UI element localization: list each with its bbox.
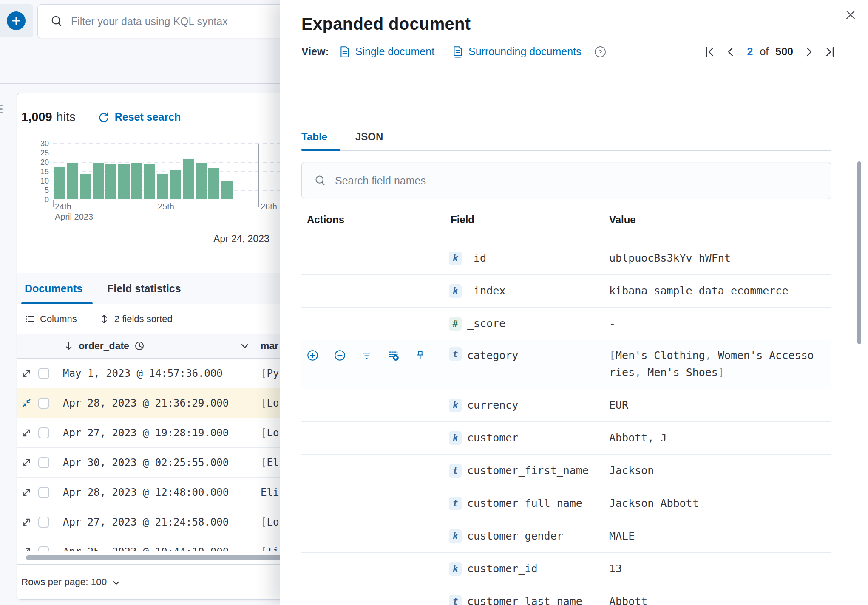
sidebar-toggle-fragment-icon[interactable] [0,103,4,116]
field-row[interactable]: k _index kibana_sample_data_ecommerce [301,275,831,308]
filter-exists-icon[interactable] [361,350,372,361]
field-row[interactable]: t customer_full_name Jackson Abbott [301,487,831,520]
hits-histogram[interactable]: 051015202530 24th April 2023 25th 26th [17,136,298,221]
histogram-bar [105,164,117,200]
first-page-icon[interactable] [705,46,715,57]
field-row[interactable]: k customer_id 13 [301,553,831,585]
help-icon[interactable]: ? [594,46,606,58]
collapse-document-icon[interactable] [21,398,31,408]
value-cell[interactable]: [Lo [261,516,279,528]
y-tick-label: 20 [17,158,53,167]
expand-document-icon[interactable] [21,428,31,438]
document-icon [339,46,350,58]
column-menu-chevron-icon[interactable] [241,344,249,348]
pagination-of-label: of [760,45,769,58]
filter-for-value-icon[interactable] [307,350,318,361]
total-pages: 500 [775,45,793,58]
expand-document-icon[interactable] [21,368,31,379]
row-checkbox[interactable] [38,546,49,552]
tab-documents[interactable]: Documents [25,283,82,295]
flyout-header: Expanded document View: Single document … [280,0,868,94]
histogram-bar [156,173,168,200]
previous-page-icon[interactable] [727,46,734,57]
expand-document-icon[interactable] [21,458,31,468]
surrounding-documents-link[interactable]: Surrounding documents [452,45,581,58]
value-cell[interactable]: [Ti [261,546,279,552]
order-date-cell[interactable]: Apr 28, 2023 @ 21:36:29.000 [63,397,229,409]
field-row[interactable]: t customer_last_name Abbott [301,585,831,605]
field-type-badge: k [449,399,462,412]
row-checkbox[interactable] [38,398,49,409]
hits-count: 1,009 [21,110,52,124]
field-row[interactable]: t customer_first_name Jackson [301,455,831,487]
row-checkbox[interactable] [38,457,49,468]
y-tick-label: 25 [17,149,53,158]
expand-document-icon[interactable] [21,487,31,498]
y-tick-label: 15 [17,167,53,176]
value-cell[interactable]: [El [261,457,279,469]
pin-field-icon[interactable] [415,350,425,361]
field-row[interactable]: k customer_gender MALE [301,520,831,553]
expanded-document-flyout: Expanded document View: Single document … [280,0,868,605]
add-filter-button[interactable] [7,11,26,30]
fields-sorted-button[interactable]: 2 fields sorted [99,314,173,325]
tab-json[interactable]: JSON [355,131,383,143]
kql-search-placeholder: Filter your data using KQL syntax [71,15,228,28]
value-cell[interactable]: Eli [261,486,279,498]
search-icon [51,15,63,28]
row-checkbox[interactable] [38,487,49,498]
value-cell[interactable]: [Py [261,368,279,379]
flyout-active-tab-underline [301,149,340,151]
last-page-icon[interactable] [825,46,835,57]
vertical-scrollbar-thumb[interactable] [857,161,861,344]
field-search-placeholder: Search field names [335,175,426,187]
kql-search-input[interactable]: Filter your data using KQL syntax [37,4,310,38]
histogram-bar [54,166,65,200]
histogram-bar [221,181,233,200]
histogram-bar [144,164,156,200]
field-search-input[interactable]: Search field names [301,162,831,199]
order-date-cell[interactable]: Apr 27, 2023 @ 21:24:58.000 [63,516,229,528]
svg-text:?: ? [598,48,602,55]
histogram-plot [53,144,298,200]
columns-button[interactable]: Columns [25,314,77,325]
row-checkbox[interactable] [38,517,49,528]
x-axis-month-label: April 2023 [55,212,93,222]
day-gridline-25th [156,144,156,207]
field-type-badge: k [449,431,462,445]
field-value: - [609,315,819,332]
field-row[interactable]: # _score - [301,308,831,340]
field-value: ublpuocBs3kYv_hWFnt_ [609,250,819,267]
toggle-column-icon[interactable] [388,350,399,361]
field-row[interactable]: t category [Men's Clothing, Women's Acce… [301,340,831,389]
tab-table[interactable]: Table [301,131,327,143]
field-type-badge: k [449,562,462,576]
single-document-link[interactable]: Single document [339,45,434,58]
rows-per-page-button[interactable]: Rows per page: 100 [21,577,120,588]
histogram-bar [169,170,181,200]
order-date-cell[interactable]: Apr 27, 2023 @ 19:28:19.000 [63,427,229,439]
reset-search-button[interactable]: Reset search [98,111,181,123]
field-value: Jackson [609,462,819,479]
surrounding-documents-label: Surrounding documents [468,45,581,58]
value-column-header[interactable]: mar [261,340,278,352]
value-cell[interactable]: [Lo [261,427,279,439]
field-row[interactable]: k currency EUR [301,389,831,422]
filter-out-value-icon[interactable] [334,350,346,361]
order-date-cell[interactable]: May 1, 2023 @ 14:57:36.000 [63,368,223,379]
row-checkbox[interactable] [38,368,49,379]
order-date-cell[interactable]: Apr 30, 2023 @ 02:25:55.000 [63,457,229,469]
order-date-cell[interactable]: Apr 28, 2023 @ 12:48:00.000 [63,486,229,498]
field-row[interactable]: k customer Abbott, J [301,422,831,455]
expand-document-icon[interactable] [21,517,31,527]
tab-field-statistics[interactable]: Field statistics [107,283,181,295]
rows-per-page-label: Rows per page: 100 [21,577,107,588]
order-date-column-header[interactable]: order_date [59,340,255,352]
next-page-icon[interactable] [806,46,813,57]
row-checkbox[interactable] [38,427,49,438]
order-date-cell[interactable]: Apr 25, 2023 @ 10:44:10.000 [63,546,229,552]
value-cell[interactable]: [Lo [261,397,279,409]
close-icon[interactable] [845,9,856,20]
field-row[interactable]: k _id ublpuocBs3kYv_hWFnt_ [301,242,831,275]
expand-document-icon[interactable] [21,547,31,552]
